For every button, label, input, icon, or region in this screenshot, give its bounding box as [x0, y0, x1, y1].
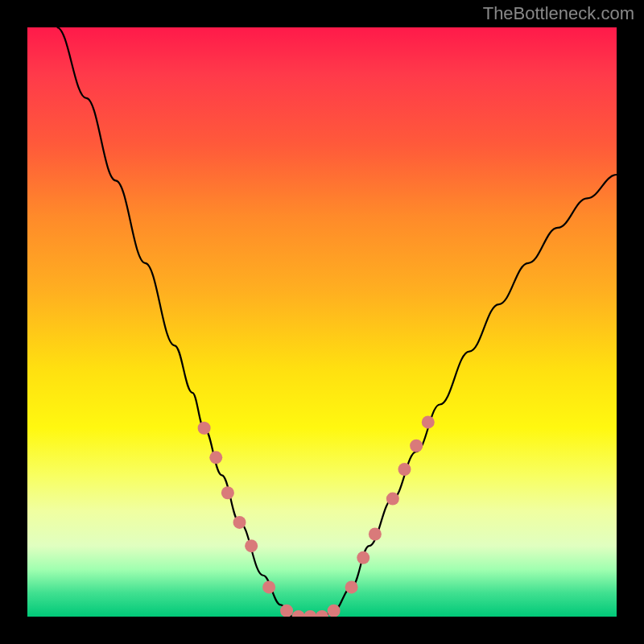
chart-svg — [27, 27, 617, 617]
highlight-dot — [233, 516, 246, 529]
highlight-dot — [410, 440, 423, 452]
highlight-dot — [280, 605, 293, 617]
bottleneck-curve — [57, 27, 617, 617]
plot-area — [27, 27, 617, 617]
highlight-dot — [221, 486, 234, 499]
highlight-dot — [262, 580, 275, 593]
highlight-dot — [345, 580, 358, 593]
highlight-dots-group — [198, 415, 435, 617]
highlight-dot — [357, 551, 369, 564]
highlight-dot — [386, 493, 399, 506]
highlight-dot — [292, 610, 305, 617]
highlight-dot — [245, 539, 258, 552]
highlight-dot — [369, 528, 382, 541]
highlight-dot — [316, 610, 328, 617]
highlight-dot — [398, 463, 411, 476]
highlight-dot — [209, 451, 222, 464]
highlight-dot — [303, 610, 316, 617]
highlight-dot — [328, 605, 341, 617]
highlight-dot — [422, 415, 435, 428]
watermark-text: TheBottleneck.com — [483, 3, 634, 24]
highlight-dot — [198, 422, 211, 435]
